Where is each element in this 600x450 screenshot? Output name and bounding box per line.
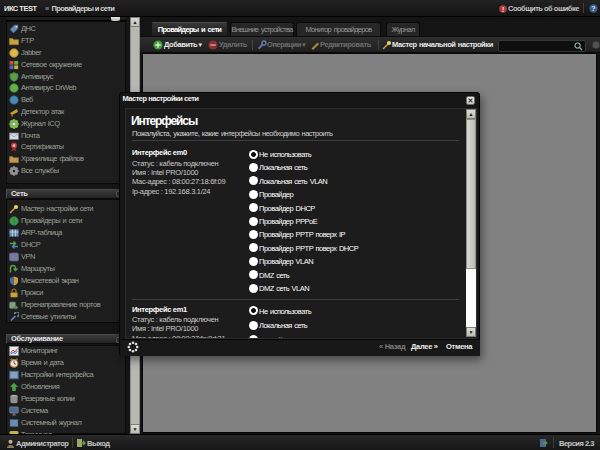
svg-text:?: ? (591, 5, 595, 12)
svg-text:!: ! (502, 6, 504, 13)
